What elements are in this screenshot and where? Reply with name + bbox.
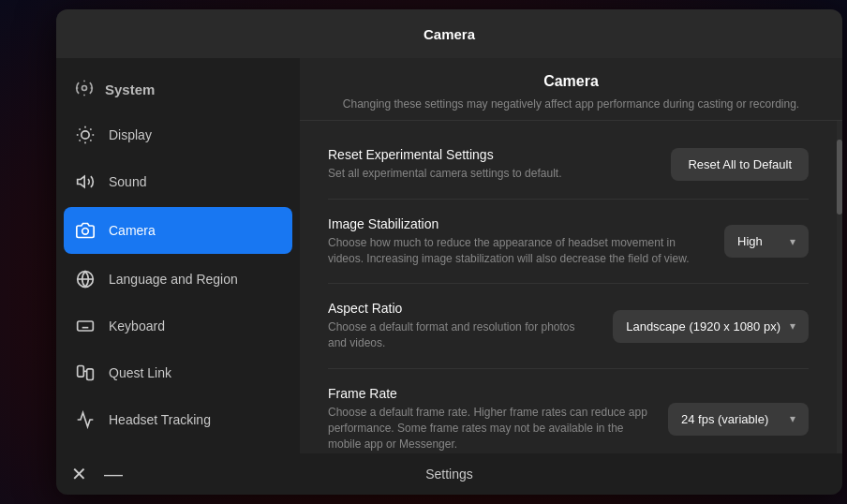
sidebar-item-camera-label: Camera [109,223,156,238]
panel-header: Camera Changing these settings may negat… [300,58,842,121]
sidebar: System Displa [56,58,300,453]
panel-title: Camera [424,26,475,42]
frame-rate-value: 24 fps (variable) [681,412,768,426]
sidebar-header-label: System [105,82,155,97]
svg-point-11 [82,229,89,235]
right-panel: Camera Changing these settings may negat… [300,58,842,453]
svg-rect-21 [87,369,94,380]
waveform-icon [75,409,96,430]
sidebar-item-language-label: Language and Region [109,272,238,287]
setting-control-aspect-ratio: Landscape (1920 x 1080 px) ▾ [613,310,809,343]
setting-row-reset: Reset Experimental Settings Set all expe… [328,130,809,200]
panel-subtitle-text: Changing these settings may negatively a… [328,97,814,111]
sidebar-header: System [56,67,300,111]
panel-content: Reset Experimental Settings Set all expe… [300,121,837,453]
image-stabilization-value: High [737,234,763,248]
top-bar: Camera [56,9,842,58]
link-icon [75,363,96,383]
setting-label-frame-rate: Frame Rate [328,386,649,401]
sidebar-item-headset-tracking-label: Headset Tracking [109,412,211,427]
sidebar-item-quest-link-label: Quest Link [109,365,171,380]
setting-desc-image-stabilization: Choose how much to reduce the appearance… [328,235,706,267]
svg-marker-10 [78,176,85,187]
scrollbar-thumb[interactable] [837,140,842,215]
sidebar-item-language[interactable]: Language and Region [56,256,300,303]
image-stabilization-dropdown[interactable]: High ▾ [724,225,809,258]
setting-desc-reset: Set all experimental camera settings to … [328,166,652,182]
setting-info-image-stabilization: Image Stabilization Choose how much to r… [328,216,724,267]
speaker-icon [75,171,96,192]
sidebar-item-display[interactable]: Display [56,111,300,158]
panel-title-text: Camera [328,73,814,90]
main-content: System Displa [56,58,842,453]
svg-line-9 [90,129,91,130]
close-button[interactable]: ✕ [71,465,87,483]
bottom-bar: ✕ — Settings [56,453,842,495]
frame-rate-dropdown[interactable]: 24 fps (variable) ▾ [668,403,809,436]
keyboard-icon [75,316,96,336]
setting-row-image-stabilization: Image Stabilization Choose how much to r… [328,200,809,285]
setting-row-aspect-ratio: Aspect Ratio Choose a default format and… [328,284,809,369]
sidebar-item-keyboard-label: Keyboard [109,319,165,334]
setting-info-reset: Reset Experimental Settings Set all expe… [328,147,671,182]
chevron-down-icon-3: ▾ [790,412,795,425]
bottom-controls: ✕ — [71,465,123,483]
chevron-down-icon: ▾ [790,235,795,248]
aspect-ratio-value: Landscape (1920 x 1080 px) [626,319,780,334]
setting-row-frame-rate: Frame Rate Choose a default frame rate. … [328,369,809,453]
minimize-button[interactable]: — [104,465,123,483]
reset-all-button[interactable]: Reset All to Default [671,148,809,181]
svg-point-1 [82,131,89,139]
setting-desc-frame-rate: Choose a default frame rate. Higher fram… [328,405,649,452]
svg-line-4 [80,129,81,130]
sidebar-item-backup[interactable]: Backup [56,443,300,453]
svg-point-0 [82,86,87,91]
bottom-bar-title: Settings [425,467,473,482]
setting-label-aspect-ratio: Aspect Ratio [328,301,594,316]
sidebar-item-sound-label: Sound [109,174,146,189]
setting-control-reset: Reset All to Default [671,148,809,181]
setting-info-aspect-ratio: Aspect Ratio Choose a default format and… [328,301,613,351]
setting-control-image-stabilization: High ▾ [724,225,809,258]
globe-icon [75,269,96,289]
camera-icon [75,220,96,241]
settings-window: Camera System [56,9,842,495]
svg-line-8 [80,140,81,141]
setting-label-reset: Reset Experimental Settings [328,147,652,162]
setting-label-image-stabilization: Image Stabilization [328,216,706,231]
svg-line-5 [90,140,91,141]
sidebar-item-sound[interactable]: Sound [56,158,300,205]
sidebar-item-keyboard[interactable]: Keyboard [56,303,300,349]
sidebar-item-camera[interactable]: Camera [64,207,292,254]
sidebar-item-headset-tracking[interactable]: Headset Tracking [56,396,300,443]
sun-icon [75,125,96,145]
sidebar-item-display-label: Display [109,127,152,142]
svg-rect-20 [78,366,84,378]
sidebar-item-quest-link[interactable]: Quest Link [56,349,300,396]
scrollbar[interactable] [837,121,842,453]
setting-control-frame-rate: 24 fps (variable) ▾ [668,403,809,436]
system-icon [75,79,94,100]
setting-info-frame-rate: Frame Rate Choose a default frame rate. … [328,386,668,452]
chevron-down-icon-2: ▾ [790,319,795,333]
svg-rect-14 [78,321,94,331]
setting-desc-aspect-ratio: Choose a default format and resolution f… [328,319,594,351]
aspect-ratio-dropdown[interactable]: Landscape (1920 x 1080 px) ▾ [613,310,809,343]
